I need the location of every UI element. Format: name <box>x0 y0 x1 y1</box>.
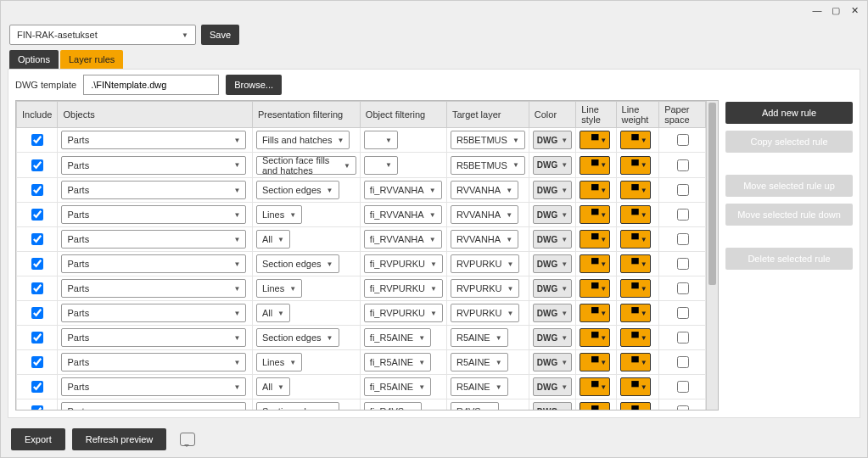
object-filter-dropdown[interactable]: fi_RVVANHA ▼ <box>364 230 442 249</box>
target-layer-dropdown[interactable]: R5BETMUS ▼ <box>451 156 525 175</box>
presentation-dropdown[interactable]: Section face fills and hatches ▼ <box>256 156 356 175</box>
scrollbar-thumb[interactable] <box>708 103 716 285</box>
include-checkbox[interactable] <box>31 282 43 294</box>
table-row[interactable]: Parts ▼ All ▼ fi_RVPURKU ▼ RVPURKU ▼ DWG <box>17 301 706 326</box>
object-filter-dropdown[interactable]: fi_RVPURKU ▼ <box>364 279 443 298</box>
line-style-dropdown[interactable]: ▀ ▼ <box>580 254 610 273</box>
objects-dropdown[interactable]: Parts ▼ <box>61 377 246 396</box>
paper-space-checkbox[interactable] <box>677 209 689 221</box>
line-style-dropdown[interactable]: ▀ ▼ <box>580 304 610 322</box>
object-filter-dropdown[interactable]: fi_RVPURKU ▼ <box>364 254 443 273</box>
line-weight-dropdown[interactable]: ▀ ▼ <box>620 156 651 175</box>
tab-layer-rules[interactable]: Layer rules <box>60 50 123 69</box>
line-weight-dropdown[interactable]: ▀ ▼ <box>620 279 651 298</box>
line-style-dropdown[interactable]: ▀ ▼ <box>580 377 610 396</box>
line-style-dropdown[interactable]: ▀ ▼ <box>580 402 610 410</box>
presentation-dropdown[interactable]: All ▼ <box>256 304 290 322</box>
include-checkbox[interactable] <box>31 307 43 319</box>
line-style-dropdown[interactable]: ▀ ▼ <box>580 230 610 249</box>
col-color[interactable]: Color <box>529 102 575 128</box>
objects-dropdown[interactable]: Parts ▼ <box>61 279 246 298</box>
save-button[interactable]: Save <box>201 25 239 45</box>
object-filter-dropdown[interactable]: fi_RVPURKU ▼ <box>364 304 443 322</box>
target-layer-dropdown[interactable]: R5AINE ▼ <box>451 377 508 396</box>
presentation-dropdown[interactable]: All ▼ <box>256 377 290 396</box>
line-weight-dropdown[interactable]: ▀ ▼ <box>620 402 651 410</box>
comment-icon[interactable] <box>180 433 195 446</box>
object-filter-dropdown[interactable]: ▼ <box>364 156 398 175</box>
line-weight-dropdown[interactable]: ▀ ▼ <box>620 304 651 322</box>
object-filter-dropdown[interactable]: fi_R5AINE ▼ <box>364 353 431 371</box>
export-button[interactable]: Export <box>11 428 65 450</box>
minimize-button[interactable]: — <box>808 3 826 18</box>
object-filter-dropdown[interactable]: ▼ <box>364 131 398 149</box>
target-layer-dropdown[interactable]: RVVANHA ▼ <box>451 230 518 249</box>
paper-space-checkbox[interactable] <box>677 405 689 410</box>
preset-dropdown[interactable]: FIN-RAK-asetukset ▼ <box>9 25 196 45</box>
line-weight-dropdown[interactable]: ▀ ▼ <box>620 254 651 273</box>
object-filter-dropdown[interactable]: fi_RVVANHA ▼ <box>364 205 442 224</box>
line-style-dropdown[interactable]: ▀ ▼ <box>580 156 610 175</box>
objects-dropdown[interactable]: Parts ▼ <box>61 205 246 224</box>
refresh-preview-button[interactable]: Refresh preview <box>72 428 166 450</box>
presentation-dropdown[interactable]: Lines ▼ <box>256 353 302 371</box>
include-checkbox[interactable] <box>31 381 43 393</box>
color-dropdown[interactable]: DWG ▼ <box>533 254 572 273</box>
paper-space-checkbox[interactable] <box>677 356 689 368</box>
col-line-style[interactable]: Line style <box>576 102 616 128</box>
include-checkbox[interactable] <box>31 184 43 196</box>
col-object-filtering[interactable]: Object filtering <box>360 102 446 128</box>
color-dropdown[interactable]: DWG ▼ <box>533 304 572 322</box>
tab-options[interactable]: Options <box>9 50 59 69</box>
presentation-dropdown[interactable]: Lines ▼ <box>256 205 302 224</box>
color-dropdown[interactable]: DWG ▼ <box>533 181 572 199</box>
objects-dropdown[interactable]: Parts ▼ <box>61 328 246 347</box>
col-objects[interactable]: Objects <box>58 102 252 128</box>
paper-space-checkbox[interactable] <box>677 134 689 146</box>
paper-space-checkbox[interactable] <box>677 258 689 270</box>
include-checkbox[interactable] <box>31 332 43 344</box>
include-checkbox[interactable] <box>31 233 43 245</box>
line-style-dropdown[interactable]: ▀ ▼ <box>580 205 610 224</box>
paper-space-checkbox[interactable] <box>677 381 689 393</box>
color-dropdown[interactable]: DWG ▼ <box>533 402 572 410</box>
include-checkbox[interactable] <box>31 356 43 368</box>
line-weight-dropdown[interactable]: ▀ ▼ <box>620 181 651 199</box>
objects-dropdown[interactable]: Parts ▼ <box>61 230 246 249</box>
table-row[interactable]: Parts ▼ Section face fills and hatches ▼… <box>17 153 706 178</box>
target-layer-dropdown[interactable]: R4VS ▼ <box>451 402 499 410</box>
table-row[interactable]: Parts ▼ Section edges ▼ fi_R5AINE ▼ R5AI… <box>17 326 706 350</box>
line-style-dropdown[interactable]: ▀ ▼ <box>580 181 610 199</box>
presentation-dropdown[interactable]: Fills and hatches ▼ <box>256 131 350 149</box>
include-checkbox[interactable] <box>31 405 43 410</box>
paper-space-checkbox[interactable] <box>677 307 689 319</box>
col-presentation[interactable]: Presentation filtering <box>252 102 360 128</box>
paper-space-checkbox[interactable] <box>677 233 689 245</box>
table-row[interactable]: Parts ▼ Lines ▼ fi_R5AINE ▼ R5AINE ▼ DWG <box>17 350 706 375</box>
line-weight-dropdown[interactable]: ▀ ▼ <box>620 353 651 371</box>
target-layer-dropdown[interactable]: R5AINE ▼ <box>451 328 508 347</box>
rules-grid-scroll[interactable]: Include Objects Presentation filtering O… <box>16 101 706 410</box>
objects-dropdown[interactable]: Parts ▼ <box>61 402 246 410</box>
objects-dropdown[interactable]: Parts ▼ <box>61 353 246 371</box>
line-weight-dropdown[interactable]: ▀ ▼ <box>620 205 651 224</box>
paper-space-checkbox[interactable] <box>677 159 689 171</box>
presentation-dropdown[interactable]: Lines ▼ <box>256 279 302 298</box>
color-dropdown[interactable]: DWG ▼ <box>533 156 572 175</box>
presentation-dropdown[interactable]: All ▼ <box>256 230 290 249</box>
paper-space-checkbox[interactable] <box>677 332 689 344</box>
target-layer-dropdown[interactable]: RVVANHA ▼ <box>451 205 518 224</box>
browse-button[interactable]: Browse... <box>226 75 282 95</box>
include-checkbox[interactable] <box>31 159 43 171</box>
color-dropdown[interactable]: DWG ▼ <box>533 377 572 396</box>
objects-dropdown[interactable]: Parts ▼ <box>61 156 246 175</box>
objects-dropdown[interactable]: Parts ▼ <box>61 254 246 273</box>
objects-dropdown[interactable]: Parts ▼ <box>61 131 246 149</box>
col-include[interactable]: Include <box>17 102 58 128</box>
color-dropdown[interactable]: DWG ▼ <box>533 328 572 347</box>
presentation-dropdown[interactable]: Section edges ▼ <box>256 402 339 410</box>
object-filter-dropdown[interactable]: fi_RVVANHA ▼ <box>364 181 442 199</box>
close-button[interactable]: ✕ <box>845 3 864 18</box>
col-target-layer[interactable]: Target layer <box>446 102 529 128</box>
maximize-button[interactable]: ▢ <box>826 3 845 18</box>
